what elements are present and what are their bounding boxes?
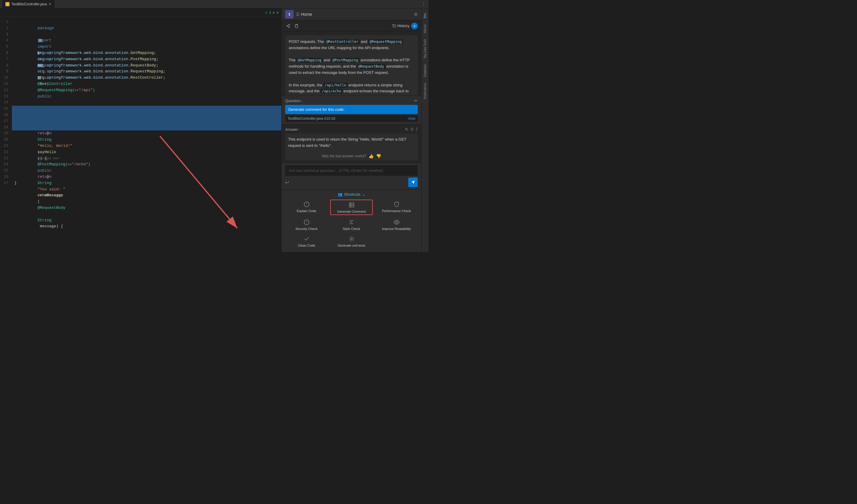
chat-message: POST requests. The @RestController and @… (285, 35, 418, 95)
code-line: public class TestBitoController { (12, 87, 281, 93)
shortcuts-people-icon: 👥 (338, 192, 342, 196)
svg-line-6 (288, 25, 289, 25)
shortcut-clean-code[interactable]: Clean Code (285, 234, 328, 248)
shortcuts-section: 👥 Shortcuts ⌄ Explain Code Generate Comm… (282, 189, 421, 252)
security-check-label: Security Check (296, 227, 318, 230)
chevron-up-icon[interactable]: ∧ (272, 11, 275, 15)
bito-app-header: t ☰ Home ⚙ (282, 8, 421, 20)
code-line: import org.springframework.web.bind.anno… (12, 44, 281, 50)
shortcut-improve-readability[interactable]: Improve Readability (375, 218, 418, 232)
generate-comment-icon (348, 201, 355, 209)
shortcuts-header[interactable]: 👥 Shortcuts ⌄ (285, 192, 418, 196)
code-line (12, 131, 281, 137)
sidebar-item-bito[interactable]: Bito (423, 11, 427, 20)
code-line: import org.springframework.web.bind.anno… (12, 37, 281, 44)
settings-icon[interactable]: ⚙ (414, 12, 418, 17)
menu-icon[interactable]: ☰ (296, 12, 300, 17)
view-button[interactable]: View (408, 117, 415, 121)
code-line: @RestController (12, 75, 281, 81)
shortcut-style-check[interactable]: Style Check (330, 218, 373, 232)
improve-readability-label: Improve Readability (382, 227, 411, 230)
shortcut-security-check[interactable]: Security Check (285, 218, 328, 232)
share-answer-icon[interactable]: ⤴ (416, 127, 418, 132)
editor-toolbar: ✓ 1 ∧ ∨ (0, 8, 281, 17)
input-placeholder: Ask any technical question... (CTRL+Ente… (289, 168, 383, 173)
tab-title: TestBitoController.java (11, 2, 47, 6)
shortcuts-chevron-icon: ⌄ (362, 192, 365, 196)
file-reference: TestBitoController.java #13-16 View (285, 115, 418, 122)
sidebar-item-maven[interactable]: Maven (423, 22, 427, 35)
svg-line-5 (288, 26, 289, 27)
style-check-icon (348, 219, 355, 226)
sidebar-item-big-data-tools[interactable]: Big Data Tools (423, 37, 427, 60)
shortcut-explain-code[interactable]: Explain Code (285, 199, 328, 215)
code-lines[interactable]: package ██ █ . ███ . ██ ler; import (12, 17, 281, 252)
shortcuts-grid: Explain Code Generate Comment Performanc… (285, 199, 418, 248)
code-line: import org.springframework.web.bind.anno… (12, 50, 281, 56)
chat-input[interactable]: Ask any technical question... (CTRL+Ente… (285, 165, 418, 176)
svg-point-21 (351, 238, 352, 240)
bito-home-label: Home (301, 12, 312, 17)
more-options-icon[interactable]: ⋮ (421, 1, 426, 7)
history-button[interactable]: History (392, 23, 409, 28)
check-badge: ✓ 1 ∧ ∨ (265, 11, 279, 15)
sidebar-item-notifications[interactable]: Notifications (423, 81, 427, 101)
edit-icon[interactable]: ✏ (414, 98, 418, 103)
trash-icon[interactable] (293, 23, 300, 29)
refresh-icon[interactable]: ↻ (405, 127, 408, 132)
shortcut-generate-unit-tests[interactable]: Generate unit tests (330, 234, 373, 248)
feedback-bar: Was the last answer useful? 👍 👎 (285, 152, 418, 160)
code-line: import org.springframework.web.bind.anno… (12, 32, 281, 38)
generate-unit-tests-icon (348, 235, 355, 242)
generate-comment-label: Generate Comment (337, 210, 366, 213)
file-tab[interactable]: J TestBitoController.java ✕ (2, 0, 54, 8)
answer-label: Answer : ↻ ⎘ ⤴ (285, 127, 418, 132)
answer-section: Answer : ↻ ⎘ ⤴ This endpoint is used to … (282, 124, 421, 163)
code-line (12, 25, 281, 32)
shortcut-generate-comment[interactable]: Generate Comment (330, 199, 373, 215)
right-side-tabs: Bito Maven Big Data Tools Database Notif… (421, 8, 428, 252)
check-count: 1 (269, 11, 271, 15)
input-area: Ask any technical question... (CTRL+Ente… (282, 163, 421, 189)
code-line: no usages new * (12, 143, 281, 149)
sidebar-item-database[interactable]: Database (423, 62, 427, 80)
bito-header-icons: ⚙ (414, 12, 418, 17)
chevron-down-icon[interactable]: ∨ (276, 11, 279, 15)
send-button[interactable] (408, 177, 418, 187)
code-line-selected: } (12, 124, 281, 131)
performance-check-label: Performance Check (382, 209, 411, 213)
question-section: Question : ✏ Generate comment for this c… (282, 95, 421, 124)
code-line: @RequestMapping(⊙∨"/api") (12, 81, 281, 87)
svg-point-4 (289, 27, 290, 28)
line-numbers: 1 2 3 4 5 6 7 8 9 10 11 12 13 14 15 16 1… (0, 17, 12, 252)
shortcut-performance-check[interactable]: Performance Check (375, 199, 418, 215)
thumbs-down-icon[interactable]: 👎 (376, 154, 381, 158)
share-icon[interactable] (285, 23, 291, 29)
code-line: package ██ █ . ███ . ██ ler; (12, 19, 281, 25)
svg-point-20 (396, 222, 397, 223)
performance-check-icon (393, 201, 400, 208)
improve-readability-icon (393, 219, 400, 226)
code-line: public String echoMessage ( @RequestBody… (12, 156, 281, 162)
thumbs-up-icon[interactable]: 👍 (369, 154, 374, 158)
security-check-icon (303, 219, 310, 226)
java-file-icon: J (5, 2, 10, 6)
code-line: return "You said: " + message; (12, 161, 281, 168)
top-tab-bar: J TestBitoController.java ✕ ⋮ (0, 0, 428, 8)
undo-icon[interactable]: ↩ (285, 180, 289, 185)
svg-point-3 (287, 25, 288, 27)
copy-icon[interactable]: ⎘ (411, 127, 413, 132)
explain-code-label: Explain Code (297, 209, 316, 213)
code-line-selected: @GetMapping(⊙∨"/hello") (12, 106, 281, 112)
bito-panel: t ☰ Home ⚙ (281, 8, 421, 252)
tab-close-btn[interactable]: ✕ (49, 2, 52, 6)
code-line: no usages new * (12, 100, 281, 106)
chat-area[interactable]: POST requests. The @RestController and @… (282, 32, 421, 95)
file-ref-text: TestBitoController.java #13-16 (288, 117, 335, 121)
code-line (12, 137, 281, 143)
answer-text: This endpoint is used to return the Stri… (285, 134, 418, 152)
answer-actions: ↻ ⎘ ⤴ (405, 127, 418, 132)
new-chat-button[interactable]: + (411, 23, 418, 29)
question-text: Generate comment for this code: (285, 105, 418, 114)
code-line-selected: public String sayHello () { (12, 112, 281, 118)
